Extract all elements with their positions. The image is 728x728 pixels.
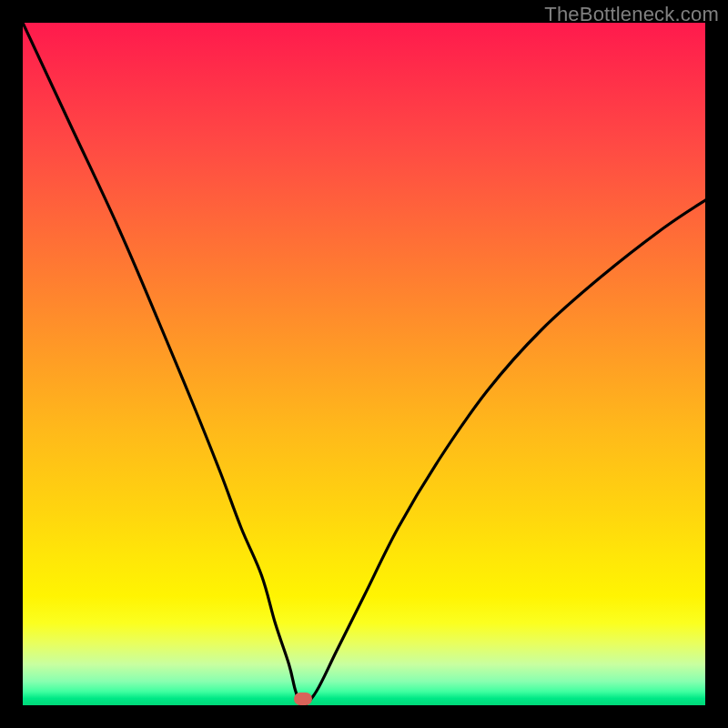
bottleneck-curve [23,23,705,705]
optimum-marker [294,693,312,705]
plot-area [23,23,705,705]
chart-container: TheBottleneck.com [0,0,728,728]
curve-svg [23,23,705,705]
